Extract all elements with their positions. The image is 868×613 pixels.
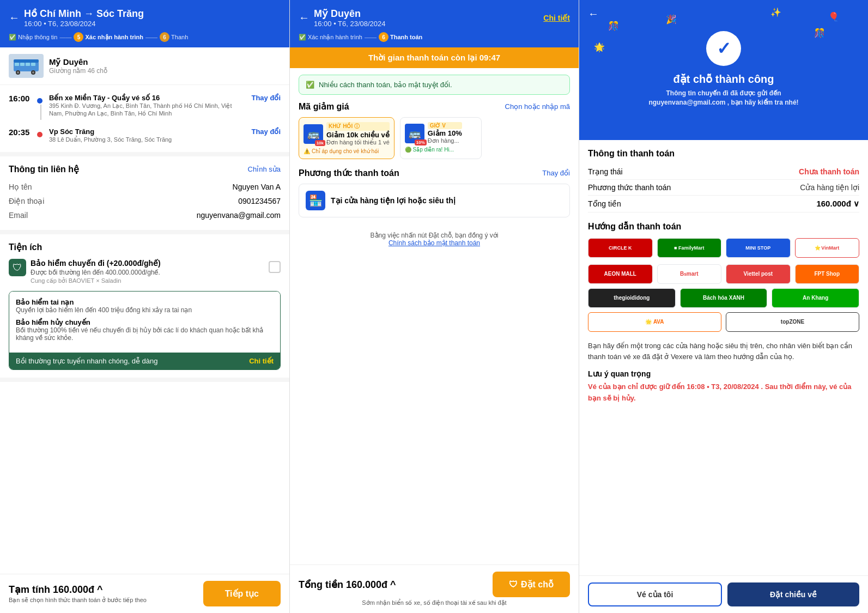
utilities-section: Tiện ích 🛡 Bảo hiểm chuyến đi (+20.000đ/… xyxy=(0,234,289,382)
insurance-detail-card: Bảo hiểm tai nạn Quyền lợi bảo hiểm lên … xyxy=(9,291,281,370)
voucher-header: Mã giảm giá Chọn hoặc nhập mã xyxy=(299,101,570,112)
svg-point-8 xyxy=(32,71,34,74)
method-value: Cửa hàng tiện lợi xyxy=(800,183,859,192)
phone-label: Điện thoại xyxy=(9,197,44,205)
security-banner: ✅ Nhiều cách thanh toán, bảo mật tuyệt đ… xyxy=(299,75,570,95)
back-icon[interactable]: ← xyxy=(9,11,20,24)
check-icon: ✓ xyxy=(717,38,731,59)
continue-button[interactable]: Tiếp tục xyxy=(203,581,281,606)
idc-footer: Bồi thường trực tuyến nhanh chóng, dễ dà… xyxy=(9,353,280,369)
my-tickets-button[interactable]: Vé của tôi xyxy=(588,582,722,606)
accident-title: Bảo hiểm tai nạn xyxy=(16,298,274,306)
p2-footer-row: Tổng tiền 160.000đ ^ 🛡 Đặt chỗ xyxy=(299,572,570,597)
contact-title: Thông tin liên hệ xyxy=(9,164,79,174)
confetti-2: 🎉 xyxy=(666,14,677,25)
panel-1: ← Hồ Chí Minh → Sóc Trăng 16:00 • T6, 23… xyxy=(0,0,289,613)
depart-change-btn[interactable]: Thay đổi xyxy=(251,94,281,102)
p2-step2-active: 6 Thanh toán xyxy=(379,32,422,42)
idc-footer-link[interactable]: Chi tiết xyxy=(249,357,274,365)
panel1-route-title: Hồ Chí Minh → Sóc Trăng xyxy=(24,8,144,20)
contact-name-row: Họ tên Nguyen Van A xyxy=(9,180,281,194)
step2-label: Xác nhận hành trình xyxy=(85,34,143,41)
payment-info-block: Thông tin thanh toán Trạng thái Chưa tha… xyxy=(588,149,859,213)
payment-info-title: Thông tin thanh toán xyxy=(588,149,859,159)
cancel-title: Bảo hiểm hủy chuyến xyxy=(16,318,274,326)
panel2-back-icon[interactable]: ← xyxy=(299,11,309,24)
contact-edit-btn[interactable]: Chỉnh sửa xyxy=(248,165,281,173)
step1-check-icon: ✅ xyxy=(9,34,16,41)
footer-note: Bạn sẽ chọn hình thức thanh toán ở bước … xyxy=(9,597,147,604)
step2-active: 5 Xác nhận hành trình xyxy=(74,32,143,42)
book-button[interactable]: 🛡 Đặt chỗ xyxy=(493,572,570,597)
total-row: Tổng tiền 160.000đ ∨ xyxy=(588,196,859,213)
guide-note-title: Lưu ý quan trọng xyxy=(588,369,859,378)
confetti-6: 🎈 xyxy=(828,11,839,22)
email-label: Email xyxy=(9,211,28,220)
voucher-row: 🚌 10k KHỨ HỒI ⓘ Giảm 10k chiều về Đơn hà… xyxy=(299,117,570,161)
insurance-name: Bảo hiểm chuyến đi (+20.000đ/ghế) xyxy=(31,259,161,268)
insurance-checkbox[interactable] xyxy=(269,261,281,273)
status-value: Chưa thanh toán xyxy=(799,167,859,176)
panel1-footer: Tạm tính 160.000đ ^ Bạn sẽ chọn hình thứ… xyxy=(0,574,289,613)
arrive-change-btn[interactable]: Thay đổi xyxy=(251,128,281,136)
voucher1-warning: ⚠️ Chỉ áp dụng cho vé khứ hồi xyxy=(304,148,390,154)
panel1-datetime: 16:00 • T6, 23/08/2024 xyxy=(24,20,144,28)
panel3-back-icon[interactable]: ← xyxy=(588,8,599,20)
step2-num: 5 xyxy=(74,32,83,42)
voucher-card-1[interactable]: 🚌 10k KHỨ HỒI ⓘ Giảm 10k chiều về Đơn hà… xyxy=(299,117,394,159)
panel-3: 🎊 🎉 🎊 ✨ 🌟 🎈 ← ✓ đặt chỗ thành công Thông… xyxy=(579,0,868,613)
logo-fptshop: FPT Shop xyxy=(795,264,860,284)
depart-time: 16:00 xyxy=(9,94,31,103)
arrive-place: Vp Sóc Trăng xyxy=(49,128,245,136)
idc-footer-text: Bồi thường trực tuyến nhanh chóng, dễ dà… xyxy=(16,357,158,365)
shield-icon: 🛡 xyxy=(9,259,26,276)
chitiet-link[interactable]: Chi tiết xyxy=(543,14,570,22)
contact-section: Thông tin liên hệ Chỉnh sửa Họ tên Nguye… xyxy=(0,156,289,234)
voucher2-soon-text: Sắp diễn ra! Hi... xyxy=(413,147,454,153)
p2-footer-price: Tổng tiền 160.000đ ^ xyxy=(299,579,396,591)
payment-method-text: Tại cửa hàng tiện lợi hoặc siêu thị xyxy=(331,196,456,205)
step3-num: 6 xyxy=(160,32,169,42)
depart-row: 16:00 Bến xe Miền Tây - Quầy vé số 16 39… xyxy=(9,90,281,124)
total-value: 160.000đ ∨ xyxy=(816,199,859,209)
payment-change-btn[interactable]: Thay đổi xyxy=(542,169,570,177)
payment-method-card: 🏪 Tại cửa hàng tiện lợi hoặc siêu thị xyxy=(299,184,570,217)
arrive-dot xyxy=(37,132,43,137)
guide-title: Hướng dẫn thanh toán xyxy=(588,221,859,232)
panel2-datetime: 16:00 • T6, 23/08/2024 xyxy=(314,20,386,28)
confetti-5: 🌟 xyxy=(594,42,605,52)
price-chevron: ^ xyxy=(97,584,103,595)
cancel-desc: Bồi thường 100% tiền vé nếu chuyến đi bị… xyxy=(16,326,274,342)
accident-desc: Quyền lợi bảo hiểm lên đến 400 triệu đồn… xyxy=(16,306,274,314)
security-text: Nhiều cách thanh toán, bảo mật tuyệt đối… xyxy=(319,81,452,89)
name-label: Họ tên xyxy=(9,183,32,191)
voucher1-tag: KHỨ HỒI ⓘ xyxy=(326,122,390,131)
voucher-choose-btn[interactable]: Chọn hoặc nhập mã xyxy=(505,102,570,111)
svg-rect-2 xyxy=(20,63,25,66)
book-btn-label: Đặt chỗ xyxy=(521,579,554,590)
voucher-card1-top: 🚌 10k KHỨ HỒI ⓘ Giảm 10k chiều về Đơn hà… xyxy=(304,122,390,146)
phone-value: 0901234567 xyxy=(238,197,281,205)
agreement-link[interactable]: Chính sách bảo mật thanh toán xyxy=(389,239,480,247)
contact-header: Thông tin liên hệ Chỉnh sửa xyxy=(9,164,281,174)
security-check-icon: ✅ xyxy=(306,81,314,89)
price-label: Tạm tính xyxy=(9,584,50,595)
book-return-button[interactable]: Đặt chiều về xyxy=(727,582,859,606)
arrive-row: 20:35 Vp Sóc Trăng 38 Lê Duẩn, Phường 3,… xyxy=(9,124,281,147)
success-desc: Thông tin chuyến đi đã được gửi đến nguy… xyxy=(588,89,859,107)
bus-image xyxy=(9,54,44,78)
logo-ankhang: An Khang xyxy=(772,288,859,308)
arrive-time: 20:35 xyxy=(9,128,31,137)
voucher-card-2[interactable]: 🚌 10% GIỜ V Giảm 10% Đơn hàng... 🟢 Sắp d… xyxy=(400,117,482,159)
store-logos-row3: thegioididong Bách hóa XANH An Khang xyxy=(588,288,859,308)
logo-viettelpost: Viettel post xyxy=(726,264,791,284)
total-label: Tổng tiền xyxy=(588,199,621,208)
bus-type: Giường nằm 46 chỗ xyxy=(49,67,107,75)
voucher-icon-1: 🚌 10k xyxy=(304,124,323,144)
svg-rect-9 xyxy=(14,59,39,63)
svg-rect-3 xyxy=(26,63,30,66)
step-divider2: —— xyxy=(145,34,157,40)
depart-address: 395 Kinh Đ. Vương, An Lạc, Bình Tân, Thà… xyxy=(49,102,245,118)
bus-info: Mỹ Duyên Giường nằm 46 chỗ xyxy=(49,57,107,75)
p2-price-value: 160.000đ xyxy=(346,579,387,590)
